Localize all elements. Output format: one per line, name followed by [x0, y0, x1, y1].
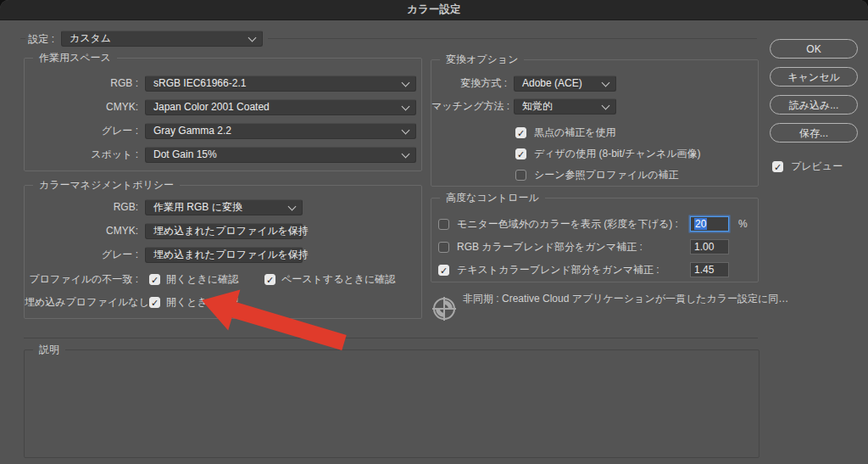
intent-value: 知覚的 — [522, 99, 553, 114]
text-blend-gamma-input[interactable]: 1.45 — [690, 262, 729, 277]
rgb-blend-gamma-value: 1.00 — [694, 241, 714, 253]
dither-checkbox[interactable] — [515, 148, 526, 159]
chevron-down-icon — [602, 102, 610, 110]
engine-value: Adobe (ACE) — [522, 76, 582, 91]
mismatch-ask-paste-label: ペーストするときに確認 — [281, 271, 395, 287]
text-blend-gamma-value: 1.45 — [694, 264, 714, 276]
conversion-legend: 変換オプション — [440, 53, 524, 66]
ws-rgb-value: sRGB IEC61966-2.1 — [153, 76, 246, 91]
color-settings-dialog: カラー設定 設定 : カスタム 作業用スペース RGB : sRGB IEC61… — [0, 0, 868, 464]
color-sync-icon — [431, 295, 458, 322]
chevron-down-icon — [402, 150, 410, 159]
save-button[interactable]: 保存... — [770, 123, 858, 143]
chevron-down-icon — [402, 79, 410, 87]
dither-label: ディザの使用 (8-bit/チャンネル画像) — [534, 146, 701, 161]
policy-gray-dropdown[interactable]: 埋め込まれたプロファイルを保持 — [145, 247, 303, 263]
black-point-label: 黒点の補正を使用 — [534, 125, 616, 140]
settings-preset-dropdown[interactable]: カスタム — [61, 31, 263, 47]
policy-gray-label: グレー : — [25, 247, 138, 262]
chevron-down-icon — [402, 126, 410, 135]
missing-ask-open-checkbox[interactable] — [149, 297, 160, 308]
description-group: 説明 — [24, 349, 760, 458]
description-separator — [24, 338, 758, 338]
preview-label: プレビュー — [791, 159, 843, 174]
preview-checkbox[interactable] — [772, 161, 783, 172]
gamut-percent-suffix: % — [738, 216, 748, 232]
policies-legend: カラーマネジメントポリシー — [33, 179, 180, 192]
chevron-down-icon — [288, 203, 297, 211]
intent-label: マッチング方法 : — [431, 98, 507, 114]
engine-label: 変換方式 : — [431, 75, 507, 91]
policy-cmyk-dropdown[interactable]: 埋め込まれたプロファイルを保持 — [145, 223, 303, 239]
rgb-blend-gamma-label: RGB カラーブレンド部分をガンマ補正 : — [457, 239, 643, 254]
settings-preset-value: カスタム — [70, 31, 111, 46]
ws-spot-value: Dot Gain 15% — [153, 148, 217, 162]
ws-cmyk-label: CMYK: — [25, 99, 138, 115]
description-legend: 説明 — [33, 344, 65, 356]
rgb-blend-gamma-checkbox[interactable] — [438, 242, 449, 253]
rgb-blend-gamma-input[interactable]: 1.00 — [690, 239, 729, 254]
advanced-controls-group: 高度なコントロール モニター色域外のカラーを表示 (彩度を下げる) : 20 %… — [431, 198, 759, 282]
mismatch-ask-paste-checkbox[interactable] — [264, 274, 275, 285]
chevron-down-icon — [402, 103, 410, 111]
gamut-percent-input[interactable]: 20 — [690, 216, 729, 232]
preset-rule-left — [20, 38, 25, 39]
ws-spot-dropdown[interactable]: Dot Gain 15% — [145, 147, 416, 163]
dialog-title: カラー設定 — [407, 3, 460, 17]
gamut-percent-value: 20 — [694, 218, 707, 230]
scene-referred-label: シーン参照プロファイルの補正 — [534, 167, 679, 182]
policy-cmyk-label: CMYK: — [25, 223, 138, 238]
ws-spot-label: スポット : — [25, 147, 138, 162]
profile-mismatch-label: プロファイルの不一致 : — [25, 271, 138, 287]
ws-rgb-label: RGB : — [25, 75, 138, 91]
mismatch-ask-open-label: 開くときに確認 — [166, 271, 238, 287]
preset-label: 設定 : — [0, 31, 54, 47]
ws-cmyk-dropdown[interactable]: Japan Color 2001 Coated — [145, 99, 416, 115]
policy-gray-value: 埋め込まれたプロファイルを保持 — [153, 248, 309, 262]
ws-gray-dropdown[interactable]: Gray Gamma 2.2 — [145, 123, 416, 139]
engine-dropdown[interactable]: Adobe (ACE) — [514, 75, 616, 92]
red-arrow-annotation-icon — [193, 288, 350, 356]
gamut-warning-checkbox[interactable] — [438, 219, 449, 230]
ok-button[interactable]: OK — [770, 39, 858, 59]
text-blend-gamma-checkbox[interactable] — [438, 265, 449, 276]
working-spaces-group: 作業用スペース RGB : sRGB IEC61966-2.1 CMYK: Ja… — [24, 58, 422, 171]
chevron-down-icon — [248, 34, 257, 42]
intent-dropdown[interactable]: 知覚的 — [514, 98, 616, 115]
advanced-legend: 高度なコントロール — [440, 192, 545, 204]
ws-cmyk-value: Japan Color 2001 Coated — [153, 100, 270, 115]
conversion-options-group: 変換オプション 変換方式 : Adobe (ACE) マッチング方法 : 知覚的… — [431, 59, 759, 187]
ws-gray-label: グレー : — [25, 123, 138, 138]
preset-rule-right — [268, 38, 757, 39]
chevron-down-icon — [602, 79, 610, 87]
gamut-warning-label: モニター色域外のカラーを表示 (彩度を下げる) : — [457, 216, 678, 232]
working-spaces-legend: 作業用スペース — [33, 52, 117, 64]
missing-profile-label: 埋め込みプロファイルなし : — [25, 294, 138, 310]
policy-rgb-dropdown[interactable]: 作業用 RGB に変換 — [145, 199, 303, 215]
black-point-checkbox[interactable] — [515, 127, 526, 138]
load-button[interactable]: 読み込み... — [770, 95, 858, 115]
mismatch-ask-open-checkbox[interactable] — [149, 274, 160, 285]
cancel-button[interactable]: キャンセル — [770, 67, 858, 87]
sync-status-text: 非同期 : Creative Cloud アプリケーションが一貫したカラー設定に… — [463, 292, 788, 306]
text-blend-gamma-label: テキストカラーブレンド部分をガンマ補正 : — [457, 262, 659, 277]
scene-referred-checkbox[interactable] — [515, 170, 526, 181]
ws-gray-value: Gray Gamma 2.2 — [153, 124, 231, 138]
dialog-titlebar: カラー設定 — [0, 0, 868, 20]
ws-rgb-dropdown[interactable]: sRGB IEC61966-2.1 — [145, 75, 416, 92]
policy-rgb-value: 作業用 RGB に変換 — [153, 200, 242, 215]
policy-rgb-label: RGB: — [25, 199, 138, 215]
policy-cmyk-value: 埋め込まれたプロファイルを保持 — [153, 224, 309, 238]
